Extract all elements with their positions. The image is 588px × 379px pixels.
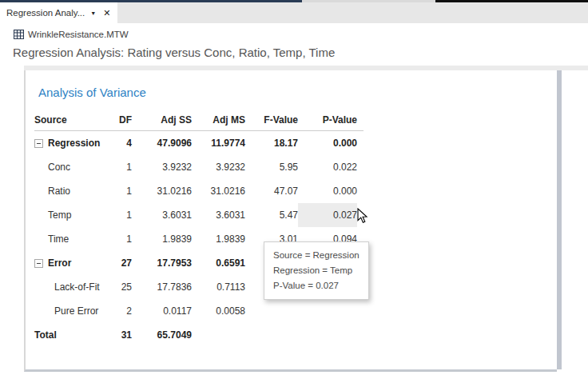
- collapse-minus-icon[interactable]: [34, 139, 43, 148]
- cell-adj-ms: 0.7113: [192, 275, 245, 299]
- cell-f-value: 5.47: [245, 203, 298, 227]
- table-row-regression: Regression 4 47.9096 11.9774 18.17 0.000: [34, 131, 364, 155]
- cell-source: Ratio: [48, 186, 70, 197]
- cell-f-value: [245, 299, 298, 323]
- worksheet-grid-icon: [14, 30, 24, 39]
- column-header-df: DF: [100, 109, 132, 130]
- cell-adj-ss: 3.9232: [132, 155, 192, 179]
- cell-adj-ms: 1.9839: [192, 227, 245, 251]
- cell-f-value: 18.17: [245, 131, 298, 155]
- cell-df: 1: [100, 155, 132, 179]
- cell-df: 1: [100, 227, 132, 251]
- mouse-cursor-icon: [357, 208, 368, 227]
- cell-source: Pure Error: [54, 305, 98, 317]
- cell-p-value: [298, 323, 357, 347]
- vertical-scrollbar[interactable]: [557, 70, 562, 369]
- cell-adj-ss: 47.9096: [132, 131, 192, 155]
- cell-adj-ms: 11.9774: [192, 131, 245, 155]
- cell-source: Time: [48, 233, 69, 245]
- cell-adj-ss: 3.6031: [132, 203, 192, 227]
- cell-f-value: 47.07: [245, 179, 298, 203]
- table-header-row: Source DF Adj SS Adj MS F-Value P-Value: [34, 109, 364, 131]
- cell-adj-ss: 0.0117: [132, 299, 192, 323]
- table-row-total: Total 31 65.7049: [34, 323, 364, 347]
- tab-label: Regression Analy...: [6, 8, 85, 18]
- column-header-p-value: P-Value: [298, 109, 357, 130]
- cell-p-value-hovered[interactable]: 0.027: [298, 203, 357, 227]
- cell-adj-ss: 17.7953: [132, 251, 192, 275]
- caret-down-icon[interactable]: ▼: [90, 10, 96, 16]
- cell-adj-ms: 0.0058: [192, 299, 245, 323]
- section-heading: Analysis of Variance: [38, 86, 146, 99]
- cell-adj-ms: 0.6591: [192, 251, 245, 275]
- cell-adj-ms: 3.6031: [192, 203, 245, 227]
- anova-table: Source DF Adj SS Adj MS F-Value P-Value …: [34, 109, 364, 347]
- worksheet-reference[interactable]: WrinkleResistance.MTW: [14, 30, 129, 39]
- cell-df: 31: [100, 323, 132, 347]
- column-header-source: Source: [34, 114, 100, 126]
- cell-df: 2: [100, 299, 132, 323]
- column-header-f-value: F-Value: [245, 109, 298, 130]
- cell-adj-ms: [192, 323, 245, 347]
- hover-tooltip: Source = Regression Regression = Temp P-…: [264, 241, 369, 300]
- tooltip-line-p-value: P-Value = 0.027: [273, 278, 360, 293]
- column-header-adj-ss: Adj SS: [132, 109, 192, 130]
- cell-p-value: 0.000: [298, 131, 357, 155]
- cell-f-value: [245, 323, 298, 347]
- cell-df: 1: [100, 203, 132, 227]
- cell-source: Lack-of-Fit: [54, 281, 100, 293]
- cell-df: 1: [100, 179, 132, 203]
- cell-adj-ms: 31.0216: [192, 179, 245, 203]
- cell-source: Temp: [48, 209, 71, 221]
- tab-regression-analysis[interactable]: Regression Analy... ▼ ✕: [0, 2, 117, 23]
- column-header-adj-ms: Adj MS: [192, 109, 245, 130]
- cell-adj-ss: 1.9839: [132, 227, 192, 251]
- cell-p-value: [298, 299, 357, 323]
- worksheet-name: WrinkleResistance.MTW: [28, 30, 129, 39]
- cell-df: 4: [100, 131, 132, 155]
- tooltip-line-regression: Regression = Temp: [273, 263, 360, 278]
- table-row-conc: Conc 1 3.9232 3.9232 5.95 0.022: [34, 155, 364, 179]
- cell-adj-ms: 3.9232: [192, 155, 245, 179]
- close-icon[interactable]: ✕: [103, 9, 110, 18]
- cell-p-value: 0.022: [298, 155, 357, 179]
- cell-adj-ss: 65.7049: [132, 323, 192, 347]
- page-title: Regression Analysis: Rating versus Conc,…: [13, 46, 335, 59]
- cell-source: Total: [34, 329, 57, 341]
- cell-source: Regression: [48, 138, 100, 149]
- cell-p-value: 0.000: [298, 179, 357, 203]
- cell-adj-ss: 31.0216: [132, 179, 192, 203]
- table-row-ratio: Ratio 1 31.0216 31.0216 47.07 0.000: [34, 179, 364, 203]
- collapse-minus-icon[interactable]: [34, 259, 43, 268]
- table-row-temp: Temp 1 3.6031 3.6031 5.47 0.027: [34, 203, 364, 227]
- table-row-pure-error: Pure Error 2 0.0117 0.0058: [34, 299, 364, 323]
- tooltip-line-source: Source = Regression: [273, 248, 360, 263]
- tab-bar: Regression Analy... ▼ ✕: [0, 2, 588, 23]
- cell-source: Conc: [48, 162, 70, 173]
- cell-f-value: 5.95: [245, 155, 298, 179]
- cell-source: Error: [48, 257, 71, 269]
- cell-df: 25: [100, 275, 132, 299]
- cell-df: 27: [100, 251, 132, 275]
- cell-adj-ss: 17.7836: [132, 275, 192, 299]
